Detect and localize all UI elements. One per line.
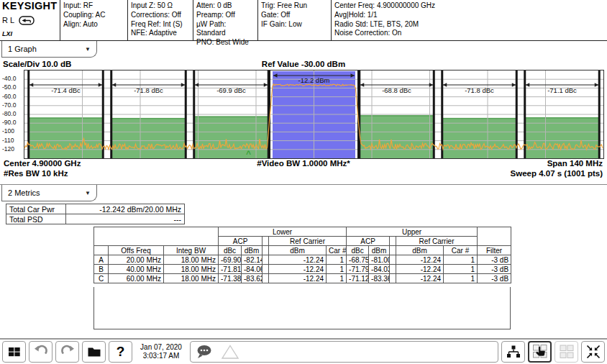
windows-start-button[interactable] bbox=[2, 341, 26, 363]
freq-ref-status: Freq Ref: Int (S) bbox=[131, 20, 190, 29]
acp-column-header: dBm bbox=[396, 246, 444, 255]
offset-band-edge bbox=[29, 117, 104, 118]
offset-band-fill bbox=[29, 117, 104, 158]
band-power-label: -71.1 dBc bbox=[530, 86, 595, 94]
acp-cell: -84.03 bbox=[369, 265, 390, 274]
band-edge-marker bbox=[110, 70, 112, 158]
acp-cell: -71.38 bbox=[219, 274, 242, 283]
graph-selector-label: 1 Graph bbox=[8, 45, 37, 53]
spectrum-plot[interactable]: -69.9 dBc-68.8 dBc-71.8 dBc-71.8 dBc-71.… bbox=[24, 70, 604, 159]
atten-status: Atten: 0 dB bbox=[196, 1, 255, 11]
redo-button[interactable] bbox=[55, 341, 79, 363]
acp-cell: -3 dB bbox=[478, 255, 511, 265]
acp-cell: -68.75 bbox=[347, 255, 369, 265]
multi-window-button bbox=[554, 341, 578, 363]
acp-cell: 1 bbox=[327, 274, 347, 283]
totals-table: Total Car Pwr -12.242 dBm/20.00 MHz Tota… bbox=[6, 204, 185, 224]
graph-selector-dropdown[interactable]: 1 Graph ▼ bbox=[1, 41, 97, 58]
span-annotation: Span 140 MHz bbox=[547, 159, 603, 168]
arrow-head bbox=[99, 83, 103, 87]
undo-icon bbox=[33, 344, 49, 360]
uw-path-status: µW Path: Standard bbox=[196, 20, 255, 39]
acp-column-header: dBm bbox=[269, 246, 327, 255]
collapse-arrows-icon bbox=[585, 344, 601, 360]
if-gain-status: IF Gain: Low bbox=[261, 20, 328, 29]
help-button[interactable]: ? bbox=[109, 341, 132, 363]
pno-status: PNO: Best Wide bbox=[196, 38, 255, 47]
noise-corr-status: Noise Correction: On bbox=[334, 29, 604, 38]
arrow-head bbox=[512, 83, 516, 87]
header-atten-col: Atten: 0 dB Preamp: Off µW Path: Standar… bbox=[193, 0, 258, 40]
acp-cell: -69.90 bbox=[219, 255, 242, 265]
collapse-fullscreen-button[interactable] bbox=[581, 341, 605, 363]
arrow-head bbox=[595, 83, 599, 87]
acp-cell: 18.00 MHz bbox=[164, 255, 219, 265]
redo-icon bbox=[60, 344, 76, 360]
acp-header-lower: Lower bbox=[219, 227, 347, 237]
header-freq-col: Center Freq: 4.900000000 GHz Avg|Hold: 1… bbox=[332, 0, 607, 40]
undo-button[interactable] bbox=[29, 341, 53, 363]
rl-status: R L bbox=[2, 16, 14, 25]
acp-results-table: Lower Upper ACP Ref Carrier ACP Ref Carr… bbox=[93, 227, 511, 283]
input-status: Input: RF bbox=[63, 1, 124, 11]
acp-cell: -12.24 bbox=[396, 265, 444, 274]
arrow-head bbox=[264, 83, 268, 87]
acp-cell: A bbox=[94, 255, 109, 265]
carrier-power-label: -12.2 dBm bbox=[282, 76, 347, 84]
acp-cell: 18.00 MHz bbox=[164, 274, 219, 283]
nfe-status: NFE: Adaptive bbox=[131, 29, 190, 38]
acp-cell: -12.24 bbox=[269, 274, 327, 283]
acp-column-header: dBc bbox=[347, 246, 369, 255]
acp-table-row: C60.00 MHz18.00 MHz-71.38-83.62-12.241-7… bbox=[94, 274, 511, 283]
acp-header-blank bbox=[94, 227, 219, 246]
acp-cell bbox=[390, 274, 396, 283]
sweep-annotation: Sweep 4.07 s (1001 pts) bbox=[511, 169, 603, 178]
acp-cell: -82.14 bbox=[242, 255, 263, 265]
acp-column-header: Filter bbox=[478, 246, 511, 255]
acp-cell: -71.12 bbox=[347, 274, 369, 283]
preamp-status: Preamp: Off bbox=[196, 11, 255, 20]
avg-hold-status: Avg|Hold: 1/1 bbox=[334, 11, 604, 20]
acp-cell: -83.62 bbox=[242, 274, 263, 283]
acp-header-ref-carrier: Ref Carrier bbox=[269, 237, 347, 246]
offset-band-fill bbox=[111, 118, 186, 158]
touch-screen-button[interactable] bbox=[528, 341, 552, 363]
header-impedance-col: Input Z: 50 Ω Corrections: Off Freq Ref:… bbox=[128, 0, 193, 40]
message-bubble-icon bbox=[195, 344, 215, 360]
acp-cell: -12.24 bbox=[396, 274, 444, 283]
acp-cell: -12.24 bbox=[269, 265, 327, 274]
center-freq-status: Center Freq: 4.900000000 GHz bbox=[334, 1, 604, 11]
y-axis-label: -120 bbox=[2, 145, 23, 153]
res-bw-annotation: #Res BW 10 kHz bbox=[4, 169, 68, 178]
acp-header-blank bbox=[478, 227, 511, 246]
file-browser-button[interactable] bbox=[82, 341, 106, 363]
acp-header-upper: Upper bbox=[347, 227, 478, 237]
touch-pointer-icon bbox=[532, 344, 548, 360]
acp-column-header bbox=[263, 246, 269, 255]
acp-cell: 1 bbox=[444, 274, 478, 283]
acp-column-header: Integ BW bbox=[164, 246, 219, 255]
align-status: Align: Auto bbox=[63, 20, 124, 29]
offset-band-edge bbox=[194, 117, 269, 117]
offset-band-fill bbox=[360, 115, 434, 158]
y-axis-label: -100 bbox=[2, 127, 23, 135]
acp-cell: -71.81 bbox=[219, 265, 242, 274]
band-power-label: -69.9 dBc bbox=[199, 86, 264, 94]
coupling-status: Coupling: AC bbox=[63, 11, 124, 20]
center-marker: ^ bbox=[246, 150, 251, 158]
y-axis-label: -70.0 bbox=[2, 101, 23, 109]
acp-cell: -83.36 bbox=[369, 274, 390, 283]
status-message-bar[interactable] bbox=[190, 341, 498, 363]
acp-cell: -12.24 bbox=[396, 255, 444, 265]
alert-triangle-icon bbox=[221, 344, 239, 360]
acp-header-acp: ACP bbox=[347, 237, 390, 246]
acp-column-header: dBc bbox=[219, 246, 242, 255]
acp-cell: -81.00 bbox=[369, 255, 390, 265]
continuous-sweep-icon bbox=[19, 16, 35, 25]
block-diagram-button[interactable] bbox=[501, 341, 525, 363]
metrics-selector-dropdown[interactable]: 2 Metrics ▼ bbox=[1, 185, 97, 201]
corrections-status: Corrections: Off bbox=[131, 11, 190, 20]
arrow-head bbox=[112, 83, 117, 87]
acp-column-header: Car # bbox=[444, 246, 478, 255]
band-power-label: -71.8 dBc bbox=[117, 86, 181, 94]
